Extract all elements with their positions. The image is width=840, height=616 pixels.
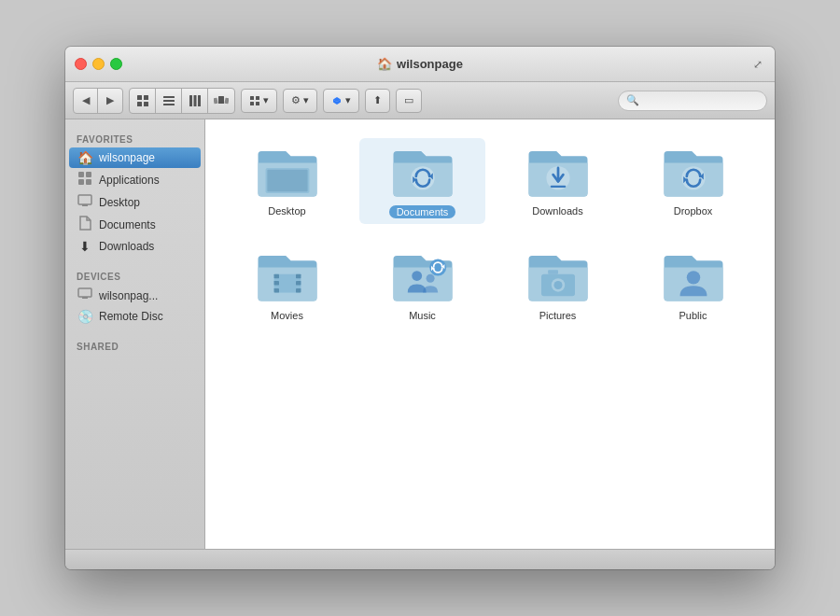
movies-folder-icon: [254, 248, 321, 304]
svg-rect-11: [214, 97, 217, 104]
arrange-button[interactable]: ▾: [241, 89, 277, 113]
svg-rect-6: [163, 104, 175, 105]
svg-rect-27: [82, 297, 88, 299]
sidebar-item-wilsonpage-label: wilsonpage: [99, 151, 155, 164]
fullscreen-button[interactable]: [110, 58, 122, 70]
svg-rect-8: [193, 95, 196, 106]
folder-pictures[interactable]: Pictures: [495, 243, 621, 327]
svg-rect-1: [144, 95, 148, 100]
title-icon: 🏠: [377, 57, 392, 71]
folder-desktop[interactable]: Desktop: [224, 138, 350, 222]
search-input[interactable]: [643, 95, 759, 106]
svg-rect-44: [296, 281, 301, 286]
title-bar: 🏠 wilsonpage ⤢: [65, 47, 775, 82]
column-view-button[interactable]: [182, 89, 208, 113]
pictures-folder-label: Pictures: [539, 310, 577, 321]
svg-rect-25: [82, 204, 88, 206]
dropbox-chevron: ▾: [345, 94, 351, 106]
svg-rect-29: [267, 170, 307, 191]
applications-icon: [77, 171, 93, 189]
back-button[interactable]: ◀: [74, 89, 98, 113]
dropbox-folder-icon: [660, 144, 727, 200]
minimize-button[interactable]: [92, 58, 105, 70]
sidebar-item-downloads[interactable]: ⬇ Downloads: [69, 236, 201, 257]
pictures-folder-icon: [525, 248, 592, 304]
column-view-icon: [189, 94, 202, 107]
disc-icon: 💿: [77, 309, 93, 324]
folder-grid: Desktop: [224, 138, 756, 327]
share-button[interactable]: ⬆: [365, 89, 390, 113]
main-area: FAVORITES 🏠 wilsonpage Applications Desk…: [65, 119, 775, 549]
folder-downloads[interactable]: Downloads: [495, 138, 621, 222]
list-view-button[interactable]: [156, 89, 182, 113]
icon-view-button[interactable]: [130, 89, 156, 113]
close-button[interactable]: [75, 58, 87, 70]
forward-button[interactable]: ▶: [98, 89, 122, 113]
sidebar-item-wilsonpage[interactable]: 🏠 wilsonpage: [69, 147, 201, 168]
devices-header: DEVICES: [65, 264, 204, 285]
view-buttons: [129, 88, 235, 114]
toolbar: ◀ ▶: [65, 82, 775, 119]
music-folder-label: Music: [409, 310, 436, 321]
svg-rect-3: [144, 102, 148, 106]
documents-folder-icon: [389, 144, 456, 200]
sidebar-item-wilsonpag[interactable]: wilsonpag...: [69, 285, 201, 306]
svg-rect-45: [296, 288, 301, 293]
dropbox-icon: [331, 95, 343, 106]
svg-rect-5: [163, 100, 175, 102]
svg-rect-7: [189, 95, 192, 106]
traffic-lights: [75, 58, 122, 70]
search-box[interactable]: 🔍: [618, 91, 767, 111]
window-title: 🏠 wilsonpage: [377, 57, 463, 71]
sidebar-item-applications[interactable]: Applications: [69, 168, 201, 191]
sidebar-item-remote-disc[interactable]: 💿 Remote Disc: [69, 306, 201, 327]
folder-public[interactable]: Public: [630, 243, 756, 327]
svg-rect-14: [256, 96, 259, 100]
svg-point-46: [412, 271, 422, 281]
music-folder-icon: [389, 248, 456, 304]
svg-rect-52: [548, 270, 558, 274]
home-icon: 🏠: [77, 150, 93, 165]
resize-button[interactable]: ⤢: [750, 57, 765, 72]
svg-rect-0: [137, 95, 142, 100]
svg-rect-13: [250, 96, 254, 100]
desktop-folder-label: Desktop: [268, 205, 305, 217]
folder-documents[interactable]: Documents: [359, 138, 485, 224]
sidebar-item-applications-label: Applications: [99, 174, 160, 187]
svg-point-47: [426, 274, 434, 283]
action-button[interactable]: ⚙ ▾: [283, 89, 317, 113]
downloads-icon: ⬇: [77, 239, 93, 254]
folder-movies[interactable]: Movies: [224, 243, 350, 327]
sidebar-item-desktop[interactable]: Desktop: [69, 191, 201, 213]
sidebar-item-documents[interactable]: Documents: [69, 213, 201, 236]
downloads-folder-icon: [525, 144, 592, 200]
svg-rect-43: [296, 274, 301, 279]
sidebar: FAVORITES 🏠 wilsonpage Applications Desk…: [65, 119, 205, 549]
svg-rect-16: [256, 102, 259, 105]
sidebar-item-downloads-label: Downloads: [99, 240, 154, 253]
coverflow-view-button[interactable]: [208, 89, 234, 113]
downloads-folder-label: Downloads: [532, 205, 582, 217]
sidebar-item-wilsonpag-label: wilsonpag...: [99, 289, 158, 302]
arrange-icon: [249, 95, 260, 106]
dropbox-button[interactable]: ▾: [323, 89, 359, 113]
finder-window: 🏠 wilsonpage ⤢ ◀ ▶: [65, 47, 775, 569]
folder-music[interactable]: Music: [359, 243, 485, 327]
svg-rect-22: [78, 179, 84, 185]
svg-rect-12: [225, 97, 229, 104]
svg-rect-23: [86, 179, 91, 185]
folder-dropbox[interactable]: Dropbox: [630, 138, 756, 222]
path-button[interactable]: ▭: [396, 89, 422, 113]
file-content: Desktop: [205, 119, 775, 549]
desktop-folder-icon: [254, 144, 321, 200]
svg-rect-9: [198, 95, 201, 106]
svg-rect-41: [273, 281, 278, 286]
svg-rect-21: [86, 172, 91, 177]
sidebar-item-desktop-label: Desktop: [99, 196, 140, 209]
action-chevron: ▾: [303, 94, 309, 106]
path-icon: ▭: [404, 94, 413, 106]
gear-icon: ⚙: [291, 94, 301, 106]
search-icon: 🔍: [626, 94, 639, 106]
public-folder-icon: [660, 248, 727, 304]
nav-buttons: ◀ ▶: [73, 88, 123, 114]
